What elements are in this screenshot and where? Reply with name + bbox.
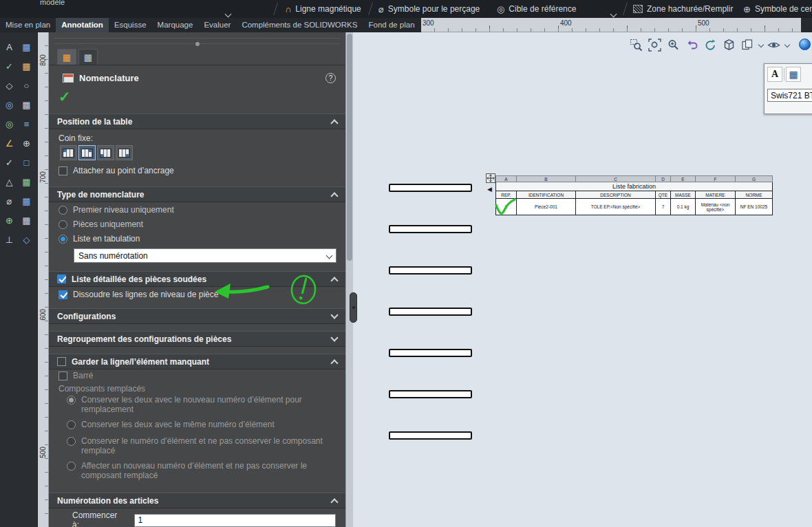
- tab-fond-de-plan[interactable]: Fond de plan: [363, 18, 420, 32]
- auto-balloon-icon[interactable]: ◎: [1, 96, 17, 114]
- datum-target-icon[interactable]: ◎: [1, 115, 17, 133]
- magnetic-line-button[interactable]: ∩ Ligne magnétique: [285, 0, 361, 18]
- previous-view-icon[interactable]: [684, 37, 700, 52]
- dissolve-part-level-checkbox[interactable]: [58, 290, 67, 299]
- weldment-bar[interactable]: [389, 266, 472, 275]
- weldment-bar[interactable]: [389, 225, 472, 233]
- keep-both-new-number-radio[interactable]: [67, 396, 76, 405]
- punch-table-icon[interactable]: ▦: [19, 192, 34, 210]
- center-symbol-button[interactable]: ⊕ Symbole de cen: [743, 0, 812, 18]
- tab-mise-en-plan[interactable]: Mise en plan: [0, 18, 56, 32]
- keep-both-same-number-radio[interactable]: [67, 420, 76, 429]
- weldment-bar[interactable]: [389, 184, 472, 192]
- start-at-input[interactable]: [134, 514, 336, 527]
- weld-table-icon[interactable]: ▦: [19, 173, 34, 191]
- bom-data-cell[interactable]: NF EN 10025: [736, 199, 773, 215]
- keep-missing-item-checkbox[interactable]: [57, 357, 66, 366]
- revision-table-icon[interactable]: ≡: [19, 115, 34, 133]
- column-letter[interactable]: E: [671, 176, 696, 182]
- help-sphere-icon[interactable]: [799, 39, 811, 50]
- font-name-input[interactable]: [767, 89, 812, 102]
- tab-evaluer[interactable]: Evaluer: [198, 18, 236, 32]
- weldment-bar[interactable]: [389, 349, 472, 357]
- excel-bom-icon[interactable]: ▦: [19, 211, 34, 229]
- section-header-part-config-grouping[interactable]: Regroupement des configurations de pièce…: [49, 331, 345, 347]
- bom-table[interactable]: A B C D E F G Liste fabrication REP. IDE…: [495, 175, 773, 215]
- weld-symbol-icon[interactable]: △: [1, 173, 17, 191]
- tab-complements-solidworks[interactable]: Compléments de SOLIDWORKS: [236, 18, 363, 32]
- parts-only-radio[interactable]: [58, 220, 67, 229]
- ok-button[interactable]: ✓: [58, 89, 71, 105]
- flyout-button-fragment[interactable]: modèle: [40, 0, 65, 6]
- weldment-bar[interactable]: [389, 308, 472, 316]
- bom-header-cell[interactable]: QTE: [656, 191, 671, 199]
- section-header-configurations[interactable]: Configurations: [49, 308, 345, 324]
- section-header-bom-type[interactable]: Type de nomenclature: [49, 186, 345, 202]
- center-mark-icon[interactable]: ⊕: [1, 211, 17, 229]
- configuration-tab-icon[interactable]: ▦: [78, 49, 98, 65]
- fixed-corner-top-right-button[interactable]: [78, 145, 96, 160]
- geometric-tolerance-icon[interactable]: ⊕: [19, 134, 34, 152]
- surface-finish-icon[interactable]: ✓: [1, 153, 17, 171]
- hole-callout-icon[interactable]: ⌀: [1, 192, 17, 210]
- bom-title-cell[interactable]: Liste fabrication: [496, 182, 773, 191]
- fixed-corner-bottom-right-button[interactable]: [116, 145, 133, 160]
- tab-marquage[interactable]: Marquage: [152, 18, 199, 32]
- bom-table-icon[interactable]: ▦: [19, 57, 34, 75]
- magnetic-line-icon[interactable]: ∠: [1, 134, 17, 152]
- keep-number-drop-component-radio[interactable]: [67, 437, 76, 446]
- zoom-to-fit-icon[interactable]: [647, 37, 663, 52]
- sheets-icon[interactable]: [740, 37, 756, 52]
- row-marker-icon[interactable]: ◀: [487, 186, 492, 193]
- column-letter[interactable]: C: [576, 176, 656, 182]
- chevron-down-icon[interactable]: [784, 42, 790, 47]
- assign-new-number-radio[interactable]: [67, 462, 76, 471]
- column-letter[interactable]: A: [496, 176, 517, 182]
- property-tab-icon[interactable]: ▦: [57, 49, 76, 65]
- bom-header-cell[interactable]: MATIERE: [696, 191, 736, 199]
- panel-scrollbar[interactable]: [345, 32, 353, 527]
- bom-data-cell[interactable]: 1: [496, 199, 517, 215]
- bom-header-cell[interactable]: IDENTIFICATION: [517, 191, 576, 199]
- column-letter[interactable]: G: [736, 176, 773, 182]
- bom-header-cell[interactable]: REP.: [496, 191, 517, 199]
- bom-data-cell[interactable]: 0.1 kg: [671, 199, 696, 215]
- chevron-down-icon[interactable]: [758, 42, 764, 47]
- column-letter[interactable]: F: [696, 176, 736, 182]
- 3d-drawing-view-icon[interactable]: [721, 37, 737, 52]
- note-icon[interactable]: A: [1, 38, 17, 56]
- bom-header-cell[interactable]: NORME: [736, 191, 773, 199]
- tab-esquisse[interactable]: Esquisse: [109, 18, 152, 32]
- bom-header-cell[interactable]: DESCRIPTION: [576, 191, 656, 199]
- bom-header-cell[interactable]: MASSE: [671, 191, 696, 199]
- general-table-icon[interactable]: ▦: [19, 38, 34, 56]
- section-header-weldment-cut-list[interactable]: Liste détaillée des pièces soudées: [49, 271, 345, 287]
- hole-callout-symbol-button[interactable]: ⌀ Symbole pour le perçage: [378, 0, 480, 18]
- column-letter[interactable]: B: [517, 176, 576, 182]
- top-level-only-radio[interactable]: [58, 206, 67, 215]
- indented-list-radio[interactable]: [58, 235, 67, 244]
- section-header-table-position[interactable]: Position de la table: [49, 114, 345, 129]
- section-header-item-numbering[interactable]: Numérotation des articles: [49, 493, 345, 508]
- hatch-fill-button[interactable]: Zone hachurée/Remplir: [633, 0, 733, 18]
- help-icon[interactable]: ?: [325, 73, 336, 83]
- border-icon[interactable]: □: [19, 153, 34, 171]
- fixed-corner-bottom-left-button[interactable]: [97, 145, 114, 160]
- weldment-cut-list-checkbox[interactable]: [57, 275, 66, 283]
- format-painter-icon[interactable]: ◇: [1, 76, 17, 94]
- strikeout-checkbox[interactable]: [58, 372, 67, 380]
- font-style-icon[interactable]: A: [767, 67, 782, 82]
- table-move-handle[interactable]: [486, 173, 495, 183]
- bom-data-cell[interactable]: Piece2-001: [517, 199, 576, 215]
- blocks-icon[interactable]: ◇: [19, 230, 34, 248]
- drawing-graphics-area[interactable]: ◀ A B C D E F G Liste fabrication REP. I…: [353, 32, 812, 527]
- datum-target-button[interactable]: ◎ Cible de référence: [497, 0, 576, 18]
- scrollbar-thumb[interactable]: [347, 34, 352, 261]
- datum-feature-icon[interactable]: ⊥: [1, 230, 17, 248]
- tab-annotation[interactable]: Annotation: [56, 18, 109, 32]
- weldment-bar[interactable]: [389, 390, 472, 398]
- display-style-eye-icon[interactable]: [766, 37, 782, 52]
- bom-data-cell[interactable]: TOLE EP.<Non spécifié>: [576, 199, 656, 215]
- anchor-checkbox[interactable]: [58, 166, 67, 175]
- column-letter[interactable]: D: [656, 176, 671, 182]
